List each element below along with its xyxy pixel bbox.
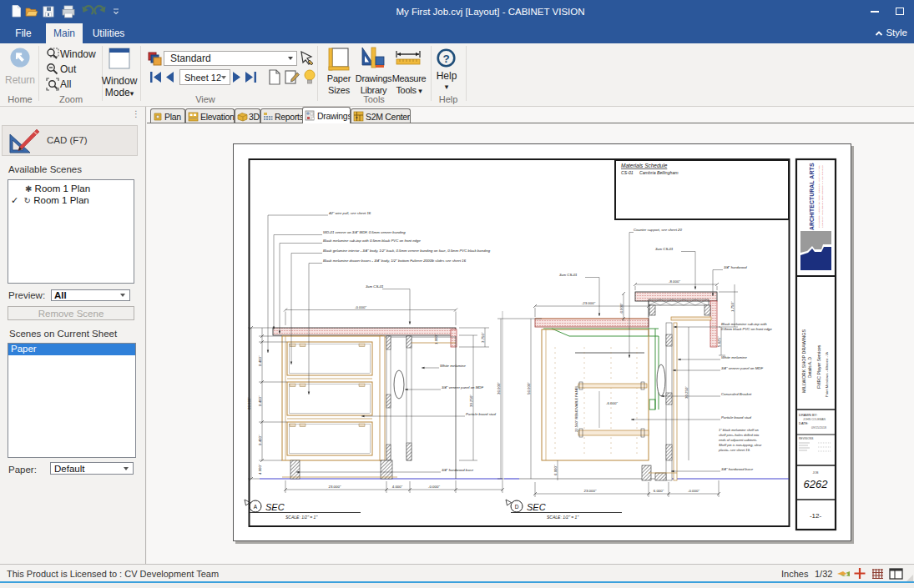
svg-text:SCALE: 1/2" = 1": SCALE: 1/2" = 1" [285, 515, 317, 520]
svg-text:-0.000": -0.000" [355, 305, 366, 309]
svg-text:30.250": 30.250" [684, 386, 689, 399]
svg-text:4.000": 4.000" [258, 464, 262, 475]
svg-text:CS-01 Cambria Bellingham: CS-01 Cambria Bellingham [621, 170, 679, 175]
svg-text:Black gelamine interior - 3/4": Black gelamine interior - 3/4" body, 1/2… [323, 249, 491, 253]
svg-text:ARCHITECTURAL ARTS: ARCHITECTURAL ARTS [809, 163, 815, 230]
svg-text:-23.000": -23.000" [582, 301, 596, 305]
svg-text:Black melamine sub-top with 0.: Black melamine sub-top with 0.5mm black … [323, 239, 421, 243]
svg-text:Point Meadows - Altoona - IA: Point Meadows - Altoona - IA [825, 352, 829, 397]
svg-text:9.400": 9.400" [258, 435, 262, 445]
svg-text:-6.000": -6.000" [619, 303, 624, 314]
svg-text:-6.000": -6.000" [606, 401, 618, 405]
svg-text:3cm CS-01: 3cm CS-01 [559, 273, 578, 277]
svg-text:Materials Schedule: Materials Schedule [621, 163, 668, 168]
svg-text:4.000": 4.000" [392, 485, 403, 489]
svg-text:22.560" REMOVABLE PANEL: 22.560" REMOVABLE PANEL [574, 385, 578, 432]
svg-text:9.400": 9.400" [258, 395, 262, 406]
svg-text:3/4" veneer panel on MDF: 3/4" veneer panel on MDF [442, 385, 483, 389]
svg-text:Shelf pin is non-tipping, clea: Shelf pin is non-tipping, clear [719, 443, 762, 447]
svg-text:6262: 6262 [804, 478, 829, 490]
svg-text:Concealed Bracket: Concealed Bracket [721, 392, 752, 396]
svg-text:shelf pins- holes drilled into: shelf pins- holes drilled into [719, 433, 760, 437]
svg-text:SEC: SEC [527, 502, 546, 512]
svg-text:1" black melamine shelf on: 1" black melamine shelf on [719, 428, 759, 432]
svg-text:3/4" veneer panel on MDF: 3/4" veneer panel on MDF [721, 366, 763, 370]
svg-text:5.625": 5.625" [717, 336, 721, 347]
svg-text:3.750": 3.750" [481, 332, 485, 343]
svg-text:DATE:: DATE: [799, 421, 808, 425]
svg-text:SEC: SEC [265, 502, 285, 512]
svg-text:3cm CS-01: 3cm CS-01 [655, 247, 674, 251]
svg-text:6.000": 6.000" [654, 489, 664, 493]
svg-text:23.000": 23.000" [329, 485, 341, 489]
svg-text:56.000": 56.000" [527, 382, 531, 395]
svg-text:36.000": 36.000" [247, 397, 251, 410]
svg-text:JOB: JOB [813, 471, 820, 475]
svg-text:-12-: -12- [810, 512, 822, 520]
svg-text:REVISIONS: REVISIONS [799, 437, 813, 440]
svg-text:A: A [254, 504, 258, 510]
svg-text:plastic- see sheet 19.: plastic- see sheet 19. [718, 448, 750, 452]
svg-text:D: D [515, 504, 519, 510]
svg-text:3cm CS-01: 3cm CS-01 [366, 284, 384, 289]
svg-text:1234 EAST OAK ROAD • DES MOINE: 1234 EAST OAK ROAD • DES MOINES IA • 515… [821, 165, 824, 228]
svg-text:Particle board stud: Particle board stud [721, 415, 751, 420]
svg-text:6.000": 6.000" [553, 465, 558, 475]
svg-text:-0.000": -0.000" [688, 489, 699, 493]
svg-text:WD-01 veneer on 3/4" MDF, 0.5m: WD-01 veneer on 3/4" MDF, 0.5mm veneer b… [323, 230, 406, 234]
svg-text:FMRC Player Services: FMRC Player Services [816, 344, 821, 389]
svg-text:Black melamine drawer boxes -: Black melamine drawer boxes - 3/4" body,… [323, 259, 467, 263]
svg-text:1.750": 1.750" [730, 301, 735, 312]
svg-text:0.8mm black PVC on front edge: 0.8mm black PVC on front edge [721, 327, 773, 331]
svg-text:9.400": 9.400" [258, 355, 262, 366]
svg-text:ends of adjacent cabinets.: ends of adjacent cabinets. [719, 438, 757, 442]
svg-text:-0.000": -0.000" [428, 485, 440, 489]
svg-text:Counter support, see sheet 20: Counter support, see sheet 20 [634, 228, 682, 232]
svg-text:Particle board stud: Particle board stud [466, 412, 496, 416]
svg-text:DRAWN BY:: DRAWN BY: [799, 413, 817, 417]
svg-text:MILLWORK SHOP DRAWINGS: MILLWORK SHOP DRAWINGS [801, 329, 806, 393]
svg-text:MILLWORK | ARCHITECTURE | DESI: MILLWORK | ARCHITECTURE | DESIGN | INSTA… [818, 165, 821, 228]
svg-text:Details A..D: Details A..D [808, 356, 812, 378]
svg-text:White melamine: White melamine [440, 364, 466, 368]
svg-text:23.000": 23.000" [584, 489, 597, 493]
svg-text:-8.000": -8.000" [669, 279, 680, 284]
svg-text:09/15/2018: 09/15/2018 [811, 426, 826, 430]
svg-text:?: ? [442, 53, 449, 65]
svg-text:42" wire pull, see sheet 16: 42" wire pull, see sheet 16 [329, 211, 371, 215]
svg-text:Black melamine sub-top with: Black melamine sub-top with [721, 322, 767, 326]
svg-text:1.000": 1.000" [434, 334, 438, 344]
svg-text:30.250": 30.250" [469, 395, 473, 407]
svg-text:White melamine: White melamine [721, 355, 747, 359]
svg-text:3/4" hardwood base: 3/4" hardwood base [442, 468, 474, 472]
svg-text:3/4" hardwood: 3/4" hardwood [724, 265, 747, 269]
svg-text:3/4" hardwood base: 3/4" hardwood base [721, 467, 754, 471]
svg-text:SCALE: 1/2" = 1": SCALE: 1/2" = 1" [547, 515, 578, 520]
svg-text:36.000": 36.000" [497, 382, 501, 395]
